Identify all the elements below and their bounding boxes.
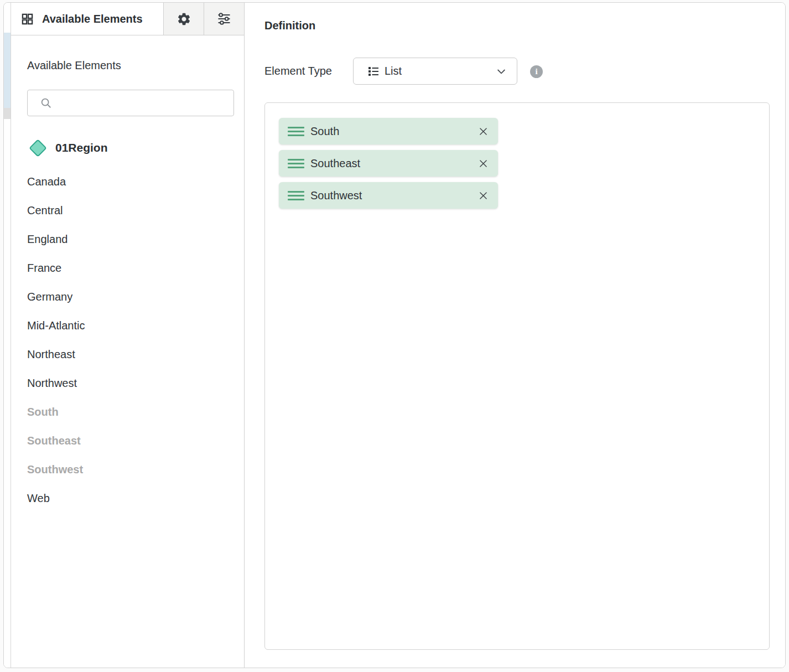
sliders-icon bbox=[216, 11, 232, 27]
element-list-item-label: France bbox=[27, 262, 61, 275]
grid-icon bbox=[21, 13, 34, 25]
element-list-item[interactable]: Mid-Atlantic bbox=[27, 311, 237, 340]
gear-icon bbox=[177, 12, 191, 27]
sidebar-header: Available Elements bbox=[11, 3, 244, 35]
element-list-item[interactable]: Northwest bbox=[27, 369, 237, 397]
element-list-item[interactable]: Canada bbox=[27, 167, 237, 196]
element-list-item-label: Mid-Atlantic bbox=[27, 319, 85, 332]
element-list-item[interactable]: France bbox=[27, 254, 237, 282]
definition-title: Definition bbox=[264, 19, 315, 32]
selected-element-label: South bbox=[310, 125, 477, 138]
remove-element-button[interactable] bbox=[477, 157, 489, 169]
drag-handle-icon[interactable] bbox=[288, 159, 304, 168]
background-panel-highlight bbox=[4, 33, 11, 108]
element-list-item-label: Web bbox=[27, 492, 50, 505]
element-type-select[interactable]: List bbox=[353, 58, 517, 85]
element-list-item-label: Southwest bbox=[27, 463, 83, 476]
element-list-item: Southeast bbox=[27, 426, 237, 455]
dimension-diamond-icon bbox=[29, 139, 47, 157]
chevron-down-icon bbox=[496, 66, 507, 77]
element-list-item[interactable]: Germany bbox=[27, 282, 237, 311]
settings-button[interactable] bbox=[163, 3, 204, 35]
selected-element-chip[interactable]: Southeast bbox=[279, 150, 498, 177]
panel-frame: Available Elements bbox=[3, 2, 786, 668]
element-search[interactable] bbox=[27, 90, 234, 116]
remove-element-button[interactable] bbox=[477, 189, 489, 201]
background-panel-divider bbox=[4, 108, 11, 119]
element-list: Canada Central England France Germany bbox=[27, 167, 237, 513]
background-panel-sliver bbox=[4, 3, 11, 668]
element-list-item-label: Germany bbox=[27, 291, 72, 303]
drag-handle-icon[interactable] bbox=[288, 127, 304, 136]
selected-element-label: Southwest bbox=[310, 189, 477, 202]
selected-element-label: Southeast bbox=[310, 157, 477, 170]
element-list-item: Southwest bbox=[27, 455, 237, 484]
search-input[interactable] bbox=[60, 97, 233, 109]
available-elements-label: Available Elements bbox=[27, 59, 121, 72]
search-icon bbox=[40, 97, 52, 109]
list-type-icon bbox=[367, 65, 380, 78]
element-list-item-label: Northwest bbox=[27, 377, 77, 390]
element-list-item[interactable]: England bbox=[27, 225, 237, 254]
element-type-label: Element Type bbox=[264, 65, 332, 77]
sidebar-header-label: Available Elements bbox=[42, 13, 143, 25]
element-list-item-label: South bbox=[27, 406, 59, 418]
info-icon[interactable]: i bbox=[530, 65, 543, 78]
drag-handle-icon[interactable] bbox=[288, 191, 304, 200]
element-list-item-label: Southeast bbox=[27, 435, 81, 447]
element-list-item[interactable]: Northeast bbox=[27, 340, 237, 369]
selected-element-chip[interactable]: South bbox=[279, 118, 498, 144]
available-elements-panel: Available Elements bbox=[11, 3, 245, 668]
sidebar-header-title: Available Elements bbox=[11, 3, 163, 35]
element-list-item-label: England bbox=[27, 233, 68, 246]
remove-element-button[interactable] bbox=[477, 125, 489, 137]
element-list-item[interactable]: Central bbox=[27, 196, 237, 225]
selected-elements-container: South Southeast bbox=[264, 102, 770, 650]
element-list-item-label: Central bbox=[27, 204, 63, 217]
element-list-item[interactable]: Web bbox=[27, 484, 237, 513]
element-list-item-label: Northeast bbox=[27, 348, 75, 361]
element-list-item-label: Canada bbox=[27, 175, 66, 188]
element-list-item: South bbox=[27, 397, 237, 426]
definition-panel: Definition Element Type List bbox=[245, 3, 785, 668]
element-type-value: List bbox=[385, 65, 496, 77]
dimension-name: 01Region bbox=[55, 141, 108, 154]
dimension-group-row: 01Region bbox=[29, 141, 108, 154]
display-options-button[interactable] bbox=[204, 3, 244, 35]
selected-element-chip[interactable]: Southwest bbox=[279, 182, 498, 209]
